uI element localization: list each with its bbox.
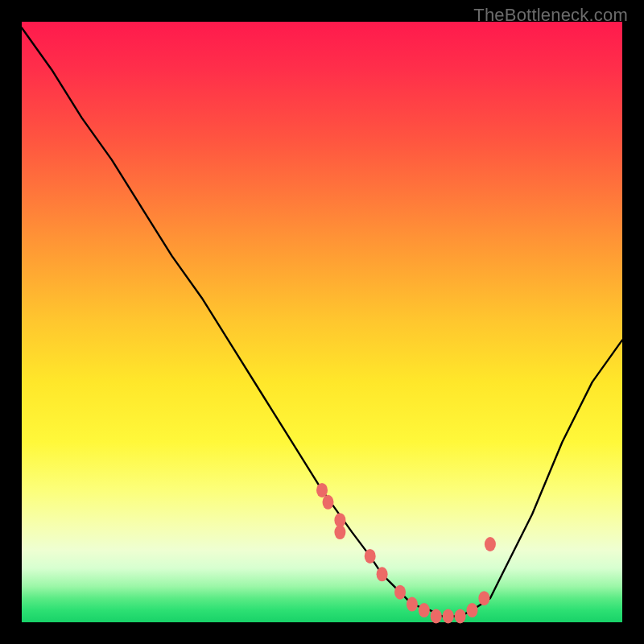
- bottleneck-curve: [22, 28, 622, 617]
- marker-dot: [485, 537, 496, 551]
- marker-dot: [316, 483, 328, 497]
- marker-dot: [377, 567, 388, 581]
- marker-dot: [455, 609, 466, 624]
- chart-frame: TheBottleneck.com: [0, 0, 644, 644]
- marker-dot: [419, 603, 430, 617]
- marker-dot: [334, 525, 345, 539]
- marker-group: [316, 483, 496, 624]
- plot-area: [22, 22, 622, 622]
- marker-dot: [323, 495, 334, 510]
- marker-dot: [478, 591, 489, 605]
- marker-dot: [467, 603, 478, 617]
- marker-dot: [431, 609, 442, 624]
- marker-dot: [443, 609, 454, 624]
- marker-dot: [365, 549, 376, 564]
- marker-dot: [407, 597, 418, 612]
- marker-dot: [394, 585, 406, 600]
- curve-svg: [22, 22, 622, 622]
